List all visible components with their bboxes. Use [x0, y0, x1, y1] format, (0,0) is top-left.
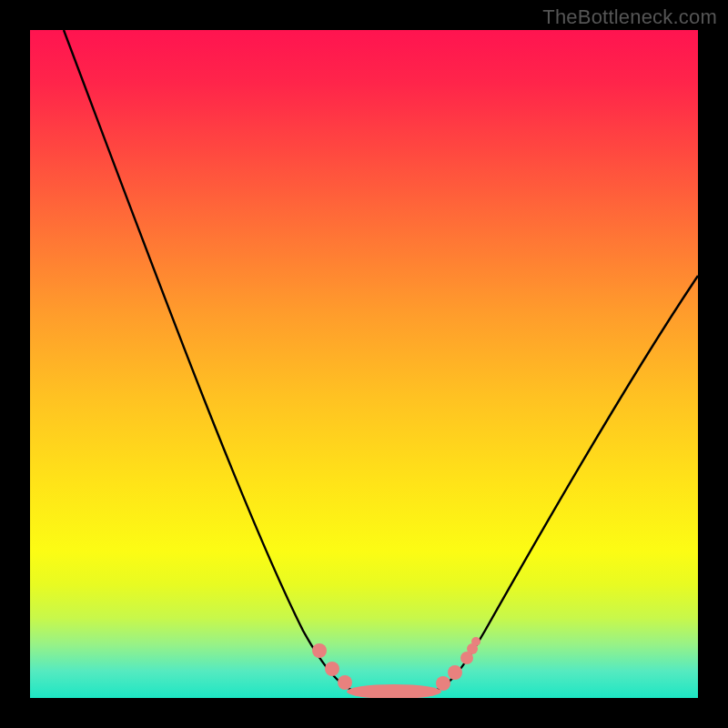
- marker-dot: [325, 662, 339, 676]
- marker-dot: [448, 665, 462, 680]
- marker-group: [312, 637, 480, 698]
- marker-dot: [471, 637, 480, 646]
- outer-frame: TheBottleneck.com: [0, 0, 728, 728]
- marker-bar: [347, 684, 441, 698]
- marker-dot: [312, 643, 327, 658]
- watermark-text: TheBottleneck.com: [542, 5, 717, 29]
- bottleneck-curve: [64, 30, 698, 692]
- plot-area: [30, 30, 698, 698]
- marker-dot: [338, 675, 352, 690]
- chart-svg: [30, 30, 698, 698]
- marker-dot: [436, 676, 450, 691]
